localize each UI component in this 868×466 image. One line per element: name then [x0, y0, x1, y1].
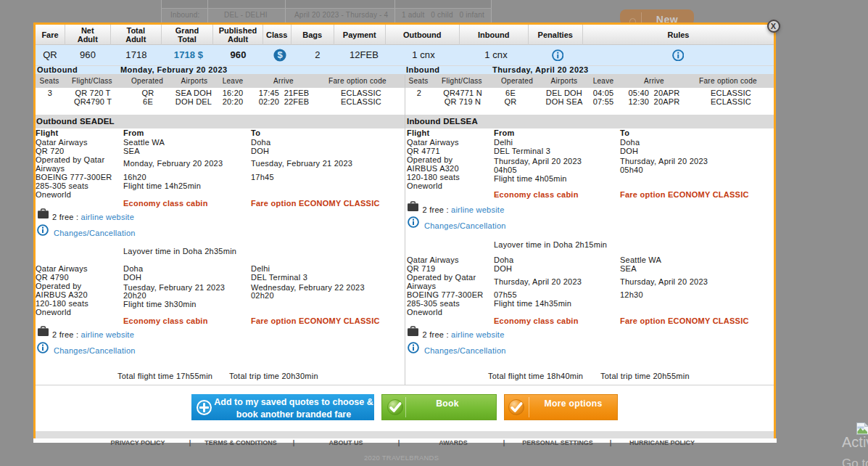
svg-text:$: $ — [277, 49, 283, 60]
